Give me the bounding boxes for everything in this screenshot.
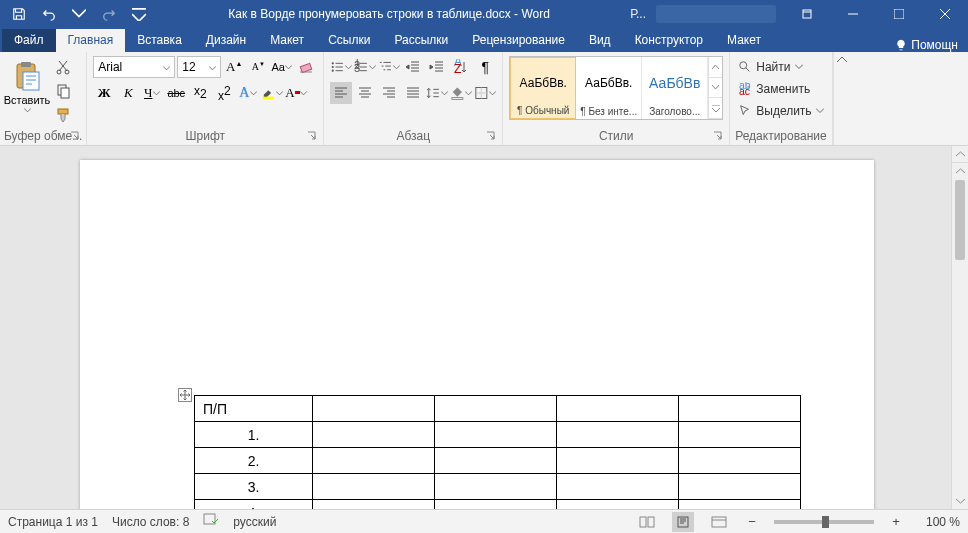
ribbon-options-button[interactable]: [784, 0, 830, 28]
styles-launcher[interactable]: [711, 129, 723, 141]
shrink-font-button[interactable]: A▼: [247, 56, 269, 78]
strikethrough-button[interactable]: abc: [165, 82, 187, 104]
highlight-button[interactable]: [261, 82, 283, 104]
page-indicator[interactable]: Страница 1 из 1: [8, 515, 98, 529]
word-count[interactable]: Число слов: 8: [112, 515, 189, 529]
justify-button[interactable]: [402, 82, 424, 104]
zoom-in-button[interactable]: +: [888, 514, 904, 530]
bold-button[interactable]: Ж: [93, 82, 115, 104]
table-row[interactable]: 4.: [195, 500, 801, 510]
table-cell[interactable]: [435, 448, 557, 474]
document-table[interactable]: П/П1.2.3.4.5.6.7.: [194, 395, 801, 509]
undo-dropdown[interactable]: [68, 3, 90, 25]
scroll-up[interactable]: [952, 163, 968, 180]
tab-references[interactable]: Ссылки: [316, 29, 382, 52]
table-cell[interactable]: [313, 448, 435, 474]
tab-design[interactable]: Дизайн: [194, 29, 258, 52]
qat-customize[interactable]: [128, 3, 150, 25]
table-cell[interactable]: [679, 422, 801, 448]
subscript-button[interactable]: x2: [189, 82, 211, 104]
cut-button[interactable]: [52, 56, 74, 78]
align-center-button[interactable]: [354, 82, 376, 104]
minimize-button[interactable]: [830, 0, 876, 28]
tab-home[interactable]: Главная: [56, 29, 126, 52]
increase-indent-button[interactable]: [426, 56, 448, 78]
table-cell[interactable]: П/П: [195, 396, 313, 422]
clipboard-launcher[interactable]: [68, 129, 80, 141]
table-row[interactable]: 2.: [195, 448, 801, 474]
table-cell[interactable]: [679, 474, 801, 500]
table-cell[interactable]: [435, 474, 557, 500]
table-cell[interactable]: [557, 396, 679, 422]
table-cell[interactable]: 2.: [195, 448, 313, 474]
close-button[interactable]: [922, 0, 968, 28]
table-cell[interactable]: [557, 500, 679, 510]
tab-table-layout[interactable]: Макет: [715, 29, 773, 52]
tab-view[interactable]: Вид: [577, 29, 623, 52]
undo-button[interactable]: [38, 3, 60, 25]
save-button[interactable]: [8, 3, 30, 25]
copy-button[interactable]: [52, 80, 74, 102]
tab-review[interactable]: Рецензирование: [460, 29, 577, 52]
decrease-indent-button[interactable]: [402, 56, 424, 78]
table-move-handle[interactable]: [178, 388, 192, 402]
table-cell[interactable]: [679, 448, 801, 474]
document-scroll-area[interactable]: П/П1.2.3.4.5.6.7.: [0, 146, 951, 509]
format-painter-button[interactable]: [52, 104, 74, 126]
style-no-spacing[interactable]: АаБбВв.¶ Без инте...: [576, 57, 642, 119]
sort-button[interactable]: AZ: [450, 56, 472, 78]
replace-button[interactable]: abacЗаменить: [736, 78, 812, 100]
table-cell[interactable]: [313, 474, 435, 500]
table-cell[interactable]: [435, 396, 557, 422]
table-cell[interactable]: [313, 422, 435, 448]
zoom-out-button[interactable]: −: [744, 514, 760, 530]
print-layout-button[interactable]: [672, 512, 694, 532]
superscript-button[interactable]: x2: [213, 82, 235, 104]
table-row[interactable]: 1.: [195, 422, 801, 448]
table-cell[interactable]: [557, 448, 679, 474]
table-cell[interactable]: [679, 500, 801, 510]
web-layout-button[interactable]: [708, 512, 730, 532]
styles-gallery-scroll[interactable]: [708, 57, 722, 119]
tell-me-button[interactable]: Помощн: [887, 38, 966, 52]
clear-formatting-button[interactable]: [295, 56, 317, 78]
table-row[interactable]: П/П: [195, 396, 801, 422]
table-cell[interactable]: [313, 500, 435, 510]
find-button[interactable]: Найти: [736, 56, 804, 78]
style-normal[interactable]: АаБбВв.¶ Обычный: [510, 57, 576, 119]
paste-button[interactable]: Вставить: [6, 56, 48, 113]
tab-table-design[interactable]: Конструктор: [623, 29, 715, 52]
grow-font-button[interactable]: A▲: [223, 56, 245, 78]
bullets-button[interactable]: [330, 56, 352, 78]
underline-button[interactable]: Ч: [141, 82, 163, 104]
change-case-button[interactable]: Aa: [271, 56, 293, 78]
borders-button[interactable]: [474, 82, 496, 104]
font-color-button[interactable]: A: [285, 82, 307, 104]
table-cell[interactable]: [557, 474, 679, 500]
font-size-combo[interactable]: 12: [177, 56, 221, 78]
zoom-slider-knob[interactable]: [822, 516, 829, 528]
styles-expand[interactable]: [709, 98, 722, 119]
italic-button[interactable]: К: [117, 82, 139, 104]
zoom-level[interactable]: 100 %: [918, 515, 960, 529]
select-button[interactable]: Выделить: [736, 100, 825, 122]
table-cell[interactable]: 1.: [195, 422, 313, 448]
style-heading1[interactable]: АаБбВвЗаголово...: [642, 57, 708, 119]
zoom-slider[interactable]: [774, 520, 874, 524]
table-cell[interactable]: [557, 422, 679, 448]
paste-dropdown[interactable]: [23, 108, 31, 113]
table-cell[interactable]: 3.: [195, 474, 313, 500]
shading-button[interactable]: [450, 82, 472, 104]
tab-insert[interactable]: Вставка: [125, 29, 194, 52]
table-row[interactable]: 3.: [195, 474, 801, 500]
table-cell[interactable]: [435, 500, 557, 510]
font-launcher[interactable]: [305, 129, 317, 141]
scroll-down[interactable]: [952, 492, 968, 509]
sign-in-area[interactable]: [656, 5, 776, 23]
ruler-toggle[interactable]: [952, 146, 968, 163]
text-effects-button[interactable]: A: [237, 82, 259, 104]
font-name-combo[interactable]: Arial: [93, 56, 175, 78]
vertical-scrollbar[interactable]: [951, 146, 968, 509]
language-indicator[interactable]: русский: [233, 515, 276, 529]
tab-mailings[interactable]: Рассылки: [382, 29, 460, 52]
